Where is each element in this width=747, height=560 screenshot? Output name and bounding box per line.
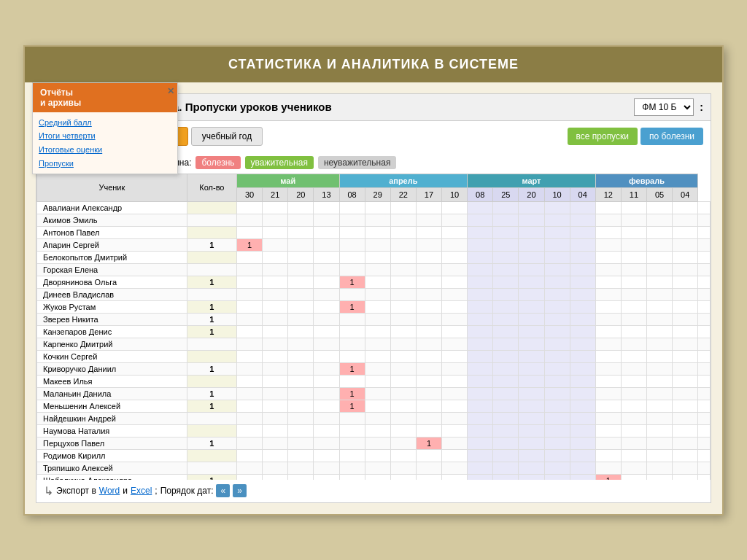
count-cell	[187, 338, 236, 350]
date-cell-8-3	[314, 300, 339, 313]
date-cell-17-4	[339, 412, 365, 424]
date-cell-4-0	[237, 251, 263, 263]
date-cell-7-6	[390, 288, 416, 300]
student-name-cell: Апарин Сергей	[37, 238, 187, 251]
overlay-menu-header: Отчёты и архивы ✕	[33, 83, 177, 112]
period-tab-2[interactable]: учебный год	[191, 127, 263, 146]
date-cell-7-12	[544, 288, 570, 300]
date-cell-0-6	[390, 201, 416, 214]
date-cell-6-15	[621, 276, 646, 288]
date-cell-19-7: 1	[416, 437, 441, 449]
date-col-5: 29	[365, 187, 390, 201]
all-skips-button[interactable]: все пропуски	[568, 128, 638, 145]
date-cell-9-4	[339, 313, 365, 325]
order-next-button[interactable]: »	[233, 484, 247, 497]
date-cell-20-11	[519, 449, 544, 462]
date-cell-18-10	[493, 424, 519, 437]
date-cell-20-9	[468, 449, 493, 462]
close-icon[interactable]: ✕	[167, 86, 174, 96]
menu-item-itogovye[interactable]: Итоговые оценки	[39, 143, 171, 157]
date-cell-21-13	[570, 462, 595, 474]
order-prev-button[interactable]: «	[216, 484, 230, 497]
date-cell-14-7	[416, 375, 441, 387]
date-cell-11-5	[365, 338, 390, 350]
date-cell-4-14	[595, 251, 621, 263]
date-cell-9-12	[544, 313, 570, 325]
table-row: Дворянинова Ольга11	[37, 276, 711, 288]
date-cell-6-16	[647, 276, 673, 288]
date-cell-14-10	[493, 375, 519, 387]
date-cell-7-0	[237, 288, 263, 300]
date-cell-1-16	[647, 214, 673, 226]
date-cell-3-11	[519, 238, 544, 251]
date-cell-2-0	[237, 226, 263, 238]
date-cell-0-16	[647, 201, 673, 214]
date-cell-10-5	[365, 325, 390, 338]
date-cell-16-1	[263, 400, 288, 412]
date-cell-3-9	[468, 238, 493, 251]
date-cell-14-12	[544, 375, 570, 387]
date-cell-20-3	[314, 449, 339, 462]
date-col-7: 17	[416, 187, 441, 201]
date-cell-16-9	[468, 400, 493, 412]
date-cell-13-15	[621, 362, 646, 375]
menu-item-itogi[interactable]: Итоги четверти	[39, 129, 171, 143]
data-table: Ученик Кол-во май апрель март февраль 30…	[36, 174, 711, 480]
date-cell-17-16	[647, 412, 673, 424]
date-cell-11-15	[621, 338, 646, 350]
date-cell-13-13	[570, 362, 595, 375]
date-cell-7-4	[339, 288, 365, 300]
date-cell-4-2	[288, 251, 314, 263]
date-cell-19-9	[468, 437, 493, 449]
date-cell-6-4: 1	[339, 276, 365, 288]
menu-item-sredny[interactable]: Средний балл	[39, 116, 171, 130]
date-cell-18-4	[339, 424, 365, 437]
date-cell-22-3	[314, 474, 339, 480]
date-cell-6-5	[365, 276, 390, 288]
date-cell-14-3	[314, 375, 339, 387]
date-cell-3-16	[647, 238, 673, 251]
col-count: Кол-во	[187, 174, 236, 201]
menu-item-propuski[interactable]: Пропуски	[39, 157, 171, 171]
date-cell-3-4	[339, 238, 365, 251]
date-cell-19-17	[673, 437, 698, 449]
date-cell-3-1	[263, 238, 288, 251]
date-cell-3-5	[365, 238, 390, 251]
date-cell-0-12	[544, 201, 570, 214]
date-cell-0-11	[519, 201, 544, 214]
date-cell-5-14	[595, 263, 621, 276]
date-cell-13-9	[468, 362, 493, 375]
date-cell-22-7	[416, 474, 441, 480]
export-word-link[interactable]: Word	[99, 486, 120, 496]
date-cell-13-14	[595, 362, 621, 375]
date-cell-10-11	[519, 325, 544, 338]
date-cell-19-3	[314, 437, 339, 449]
count-cell	[187, 226, 236, 238]
date-cell-14-17	[673, 375, 698, 387]
date-cell-14-4	[339, 375, 365, 387]
date-cell-3-15	[621, 238, 646, 251]
date-cell-18-15	[621, 424, 646, 437]
class-select[interactable]: ФМ 10 Б	[634, 98, 694, 116]
date-cell-13-17	[673, 362, 698, 375]
count-cell	[187, 201, 236, 214]
date-cell-21-3	[314, 462, 339, 474]
date-cell-6-11	[519, 276, 544, 288]
date-cell-16-6	[390, 400, 416, 412]
export-excel-link[interactable]: Excel	[131, 486, 152, 496]
date-cell-21-16	[647, 462, 673, 474]
date-cell-6-6	[390, 276, 416, 288]
table-row: Перцухов Павел11	[37, 437, 711, 449]
student-name-cell: Перцухов Павел	[37, 437, 187, 449]
date-cell-21-15	[621, 462, 646, 474]
sick-button[interactable]: по болезни	[640, 128, 703, 145]
date-cell-5-11	[519, 263, 544, 276]
count-cell: 1	[187, 325, 236, 338]
date-cell-5-15	[621, 263, 646, 276]
date-cell-7-13	[570, 288, 595, 300]
date-cell-4-10	[493, 251, 519, 263]
date-cell-1-17	[673, 214, 698, 226]
date-col-4: 08	[339, 187, 365, 201]
date-cell-1-2	[288, 214, 314, 226]
date-cell-7-18	[698, 288, 711, 300]
